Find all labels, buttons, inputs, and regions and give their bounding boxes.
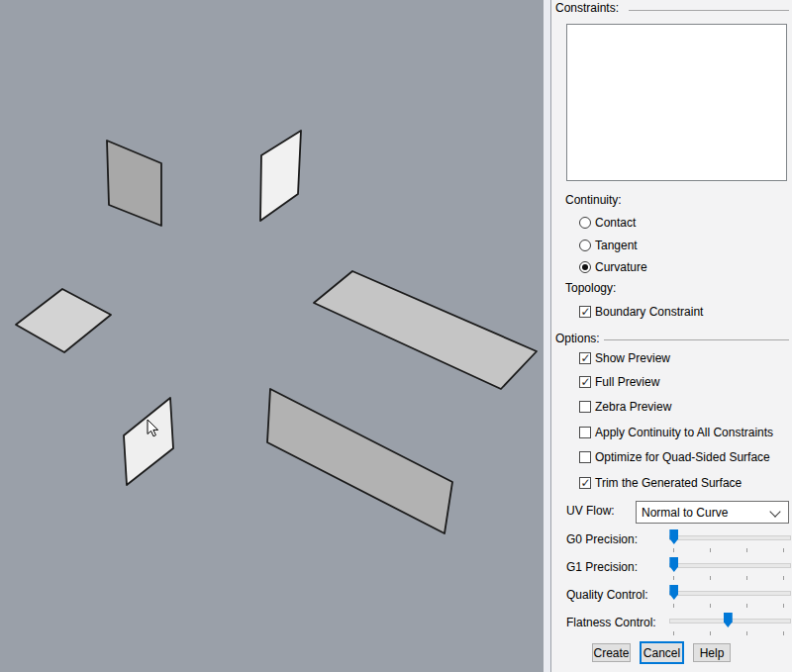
options-group-line — [604, 339, 789, 340]
slider-thumb[interactable] — [669, 529, 678, 544]
slider-tick — [746, 548, 747, 552]
constraints-group-line — [629, 10, 789, 11]
plane-top-middle[interactable] — [260, 131, 301, 221]
g1-precision-label: G1 Precision: — [566, 560, 638, 574]
uv-flow-dropdown[interactable]: Normal to Curve — [636, 501, 789, 524]
uv-flow-label: UV Flow: — [566, 504, 615, 518]
checkbox-trim-surface-label: Trim the Generated Surface — [595, 476, 742, 490]
topology-label: Topology: — [565, 281, 616, 295]
slider-thumb[interactable] — [669, 585, 678, 600]
slider-tick — [673, 604, 674, 608]
radio-curvature-label: Curvature — [595, 260, 647, 274]
plane-middle-left[interactable] — [16, 289, 111, 352]
flatness-control-slider[interactable] — [669, 619, 789, 638]
radio-contact[interactable]: Contact — [579, 215, 636, 231]
slider-tick — [710, 548, 711, 552]
slider-tick — [746, 631, 747, 635]
checkbox-icon[interactable] — [579, 376, 591, 388]
quality-control-label: Quality Control: — [566, 588, 648, 602]
slider-tick — [746, 604, 747, 608]
cancel-button[interactable]: Cancel — [640, 641, 684, 664]
checkbox-optimize-quad-label: Optimize for Quad-Sided Surface — [595, 450, 770, 464]
checkbox-optimize-quad[interactable]: Optimize for Quad-Sided Surface — [579, 449, 770, 465]
viewport[interactable] — [0, 0, 544, 672]
radio-tangent-label: Tangent — [595, 239, 638, 252]
slider-tick — [746, 576, 747, 580]
checkbox-trim-surface[interactable]: Trim the Generated Surface — [579, 475, 742, 491]
slider-tick — [783, 576, 784, 580]
plane-bottom-small[interactable] — [124, 398, 173, 485]
plane-middle-right[interactable] — [314, 271, 537, 389]
radio-icon[interactable] — [579, 240, 591, 251]
radio-tangent[interactable]: Tangent — [579, 238, 638, 253]
plane-top-left[interactable] — [107, 141, 161, 226]
checkbox-full-preview[interactable]: Full Preview — [579, 374, 659, 390]
checkbox-icon[interactable] — [579, 477, 591, 489]
options-group-label: Options: — [555, 332, 600, 345]
constraints-listbox[interactable] — [566, 24, 787, 181]
slider-thumb[interactable] — [724, 613, 733, 627]
checkbox-icon[interactable] — [579, 451, 591, 463]
settings-panel: Constraints: Continuity: Contact Tangent… — [551, 0, 792, 672]
checkbox-zebra-preview-label: Zebra Preview — [595, 400, 671, 414]
slider-thumb[interactable] — [669, 557, 678, 572]
slider-tick — [673, 548, 674, 552]
checkbox-show-preview-label: Show Preview — [595, 351, 670, 365]
viewport-canvas — [0, 0, 544, 672]
g0-precision-slider[interactable] — [669, 535, 789, 555]
slider-tick — [710, 631, 711, 635]
checkbox-icon[interactable] — [579, 306, 591, 318]
chevron-down-icon — [769, 506, 780, 517]
g0-precision-label: G0 Precision: — [566, 532, 638, 546]
checkbox-show-preview[interactable]: Show Preview — [579, 350, 670, 366]
slider-tick — [673, 576, 674, 580]
checkbox-icon[interactable] — [579, 401, 591, 413]
slider-tick — [783, 631, 784, 635]
checkbox-full-preview-label: Full Preview — [595, 375, 659, 389]
slider-tick — [710, 604, 711, 608]
constraints-group-label: Constraints: — [555, 1, 619, 15]
radio-icon[interactable] — [579, 217, 591, 229]
continuity-label: Continuity: — [565, 193, 622, 207]
checkbox-apply-continuity-label: Apply Continuity to All Constraints — [595, 426, 773, 439]
checkbox-boundary-constraint-label: Boundary Constraint — [595, 305, 703, 319]
flatness-control-label: Flatness Control: — [566, 616, 656, 629]
plane-bottom-long[interactable] — [267, 389, 452, 533]
checkbox-boundary-constraint[interactable]: Boundary Constraint — [579, 304, 703, 320]
checkbox-icon[interactable] — [579, 427, 591, 438]
checkbox-apply-continuity[interactable]: Apply Continuity to All Constraints — [579, 425, 773, 440]
radio-contact-label: Contact — [595, 216, 636, 230]
quality-control-slider[interactable] — [669, 591, 789, 611]
radio-curvature[interactable]: Curvature — [579, 259, 647, 275]
slider-track[interactable] — [669, 563, 791, 568]
slider-tick — [783, 604, 784, 608]
slider-track[interactable] — [669, 591, 791, 596]
slider-track[interactable] — [669, 535, 791, 540]
checkbox-icon[interactable] — [579, 352, 591, 364]
checkbox-zebra-preview[interactable]: Zebra Preview — [579, 399, 671, 415]
slider-tick — [783, 548, 784, 552]
slider-tick — [673, 631, 674, 635]
radio-icon[interactable] — [579, 261, 591, 273]
help-button[interactable]: Help — [693, 643, 731, 662]
slider-tick — [710, 576, 711, 580]
create-button[interactable]: Create — [592, 643, 631, 662]
g1-precision-slider[interactable] — [669, 563, 789, 583]
surface-tool-window: Constraints: Continuity: Contact Tangent… — [0, 0, 792, 672]
panel-splitter[interactable] — [544, 0, 551, 672]
uv-flow-value: Normal to Curve — [642, 506, 728, 520]
